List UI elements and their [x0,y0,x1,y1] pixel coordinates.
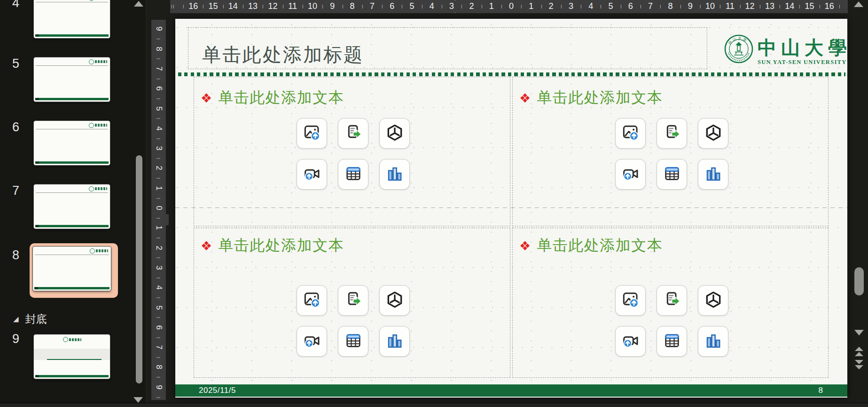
previous-slide-icon[interactable] [855,352,863,356]
content-insert-icons [297,118,414,201]
title-placeholder-text[interactable]: 单击此处添加标题 [202,43,364,67]
video-icon [621,331,640,352]
horizontal-ruler[interactable]: 1615141312111098765432101234567891011121… [170,0,848,13]
insert-chart-button[interactable] [698,326,728,357]
insert-picture-button[interactable] [615,285,646,316]
insert-chart-button[interactable] [379,159,410,190]
vertical-ruler-origin-marker[interactable] [166,214,169,225]
table-icon [663,164,681,185]
3d-model-icon [385,290,404,311]
ruler-tick-label: 8 [343,0,362,12]
insert-3d-model-button[interactable] [379,118,410,149]
insert-3d-model-button[interactable] [379,285,410,316]
section-header[interactable]: ◢ 封底 [13,312,47,326]
table-icon [663,331,681,352]
thumbnail-logo [89,186,107,191]
insert-table-button[interactable] [338,326,368,357]
thumbnail-logo [89,59,107,64]
insert-smartart-button[interactable] [338,285,368,316]
body-placeholder-text[interactable]: 单击此处添加文本 [537,88,663,108]
insert-picture-button[interactable] [297,285,327,316]
thumbnails-scrollbar[interactable] [136,155,142,383]
insert-picture-button[interactable] [615,118,646,149]
thumbnail-logo [34,337,110,342]
slide-thumbnail-8-selected[interactable] [33,247,111,291]
insert-chart-button[interactable] [379,326,410,357]
slide-number-label: 5 [12,56,28,71]
ruler-tick-label: 12 [263,0,282,12]
insert-video-button[interactable] [297,159,327,190]
vertical-ruler[interactable]: 9876543210123456789 [151,20,166,400]
university-name-zh: 中山大學 [758,35,845,61]
section-collapse-icon[interactable]: ◢ [13,315,19,323]
body-placeholder-text[interactable]: 单击此处添加文本 [218,235,344,256]
powerpoint-app: 4 5 6 7 8 [0,0,868,407]
video-icon [621,164,640,185]
title-divider-dotted-line [178,72,845,76]
insert-table-button[interactable] [657,159,687,190]
content-placeholder-3[interactable]: ❖ 单击此处添加文本 [194,228,510,378]
footer-date[interactable]: 2025/11/5 [199,386,236,395]
ruler-tick-label: 2 [462,0,481,12]
body-placeholder-text[interactable]: 单击此处添加文本 [537,235,663,256]
thumbnail-logo [90,248,108,253]
seal-icon [89,59,94,64]
ruler-tick-label: 15 [800,0,819,12]
seal-icon [90,248,95,254]
insert-video-button[interactable] [615,326,646,357]
insert-3d-model-button[interactable] [698,118,728,149]
ruler-tick-label: 5 [153,300,164,315]
content-placeholder-1[interactable]: ❖ 单击此处添加文本 [194,77,510,226]
chart-icon [704,331,723,352]
body-placeholder-text[interactable]: 单击此处添加文本 [218,88,344,108]
slide-thumbnail-9[interactable] [34,335,110,379]
insert-table-button[interactable] [338,159,368,190]
slide-canvas[interactable]: 单击此处添加标题 中山大学 中山大學 SUN YAT-SEN UNIVERSIT… [175,19,847,398]
ruler-tick-label: 12 [741,0,759,12]
insert-smartart-button[interactable] [657,118,687,149]
ruler-tick-label: 8 [153,41,164,56]
slide-thumbnail-6[interactable] [34,121,110,165]
next-slide-icon[interactable] [855,365,863,369]
ruler-tick-label: 11 [283,0,302,12]
slide-number-label: 7 [12,184,28,198]
slide-thumbnail-5[interactable] [34,57,110,102]
slide-footer-bar: 2025/11/5 8 [175,384,847,397]
canvas-scroll-up-icon[interactable] [854,1,863,7]
smartart-icon [663,290,681,311]
ruler-tick-label: 3 [562,0,580,12]
ruler-tick-label: 5 [403,0,422,12]
slide-thumbnail-4[interactable] [34,0,110,38]
thumbnails-scroll-down-icon[interactable] [133,397,143,403]
previous-slide-icon[interactable] [855,347,863,351]
slide-thumbnail-7[interactable] [34,184,110,229]
ruler-tick-label: 8 [661,0,680,12]
ruler-tick-label: 1 [522,0,540,12]
content-placeholder-2[interactable]: ❖ 单击此处添加文本 [512,77,829,226]
insert-3d-model-button[interactable] [698,285,728,316]
insert-video-button[interactable] [297,326,327,357]
slide-page-number[interactable]: 8 [819,386,823,395]
insert-smartart-button[interactable] [657,285,687,316]
insert-video-button[interactable] [615,159,646,190]
picture-icon [303,123,321,144]
thumbnails-scroll-up-icon[interactable] [134,1,143,7]
next-slide-icon[interactable] [855,360,863,364]
insert-chart-button[interactable] [698,159,728,190]
ruler-tick-label: 11 [720,0,739,12]
insert-picture-button[interactable] [297,118,327,149]
content-placeholder-4[interactable]: ❖ 单击此处添加文本 [512,228,829,378]
ruler-tick-label: 2 [153,240,164,255]
ruler-tick-label: 7 [641,0,660,12]
canvas-scroll-down-icon[interactable] [854,330,864,335]
canvas-scrollbar[interactable] [854,267,864,295]
seal-icon [63,337,68,342]
ruler-tick-label: 15 [204,0,223,12]
sysu-seal-icon: 中山大学 [724,34,754,64]
insert-table-button[interactable] [657,326,687,357]
ruler-tick-label: 14 [780,0,799,12]
insert-smartart-button[interactable] [338,118,368,149]
ruler-tick-label: 3 [153,141,164,156]
video-icon [303,164,321,185]
slide-thumbnail-panel: 4 5 6 7 8 [0,0,146,407]
